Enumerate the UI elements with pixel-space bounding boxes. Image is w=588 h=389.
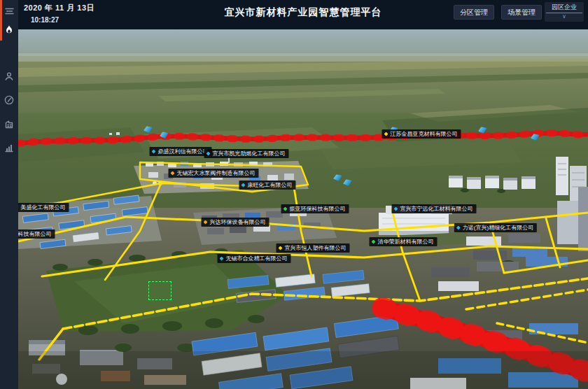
company-name: 无锡宏大水泵阀件制造有限公司 <box>177 169 255 178</box>
company-label[interactable]: 江苏金昌亚克材料有限公司 <box>382 129 461 139</box>
company-pin-icon <box>206 152 211 156</box>
company-name: 力诺(宜兴)精细化工有限公司 <box>463 223 533 232</box>
company-name: 宜兴市恒人塑件有限公司 <box>285 243 346 253</box>
company-label[interactable]: 宜兴市恒人塑件有限公司 <box>276 243 350 253</box>
page-title: 宜兴市新材料产业园智慧管理平台 <box>225 6 382 19</box>
gauge-icon <box>4 94 15 106</box>
company-name: 康旺化工有限公司 <box>248 181 293 190</box>
company-label[interactable]: 振亚环保科技有限公司 <box>281 204 349 213</box>
company-name: 无锡市合众精工有限公司 <box>226 254 288 263</box>
company-label[interactable]: 康旺化工有限公司 <box>239 181 296 190</box>
company-name: 振亚环保科技有限公司 <box>290 204 346 213</box>
company-pin-icon <box>204 220 208 225</box>
flame-icon <box>4 24 15 36</box>
company-name: 宜兴阻燃材料科技有限公司 <box>18 229 52 239</box>
company-pin-icon <box>372 240 376 244</box>
park-enterprise-dropdown[interactable]: 园区企业 ∨ <box>545 2 584 22</box>
datetime-block: 2020 年 11 月 13日 10:18:27 <box>24 3 94 24</box>
map-3d-view[interactable]: 鼎盛汉利信有限公司宜兴市凯光助燃化工有限公司无锡宏大水泵阀件制造有限公司康旺化工… <box>18 29 588 389</box>
sidebar-item-monitor[interactable] <box>0 91 18 109</box>
company-label[interactable]: 兴达环保设备有限公司 <box>202 218 270 227</box>
company-name: 兴达环保设备有限公司 <box>210 218 266 227</box>
company-label[interactable]: 宜兴市宁远化工材料有限公司 <box>392 204 477 213</box>
company-pin-icon <box>152 150 156 154</box>
app-root: 2020 年 11 月 13日 10:18:27 宜兴市新材料产业园智慧管理平台… <box>0 0 588 389</box>
sidebar-item-statistics[interactable] <box>0 139 18 157</box>
company-label[interactable]: 宜兴市凯光助燃化工有限公司 <box>204 149 289 158</box>
company-name: 宜兴市凯光助燃化工有限公司 <box>213 149 286 158</box>
company-pin-icon <box>220 257 224 261</box>
company-pin-icon <box>456 226 461 230</box>
company-label[interactable]: 无锡市合众精工有限公司 <box>218 254 291 263</box>
scene-manage-button[interactable]: 场景管理 <box>501 5 542 20</box>
company-name: 江苏金昌亚克材料有限公司 <box>391 129 458 139</box>
bar-chart-icon <box>4 142 15 153</box>
dropdown-label: 园区企业 <box>546 3 582 13</box>
company-pin-icon <box>171 171 175 176</box>
company-name: 宜兴市宁远化工材料有限公司 <box>400 204 473 213</box>
company-pin-icon <box>284 207 288 211</box>
menu-icon <box>3 5 15 17</box>
top-bar: 2020 年 11 月 13日 10:18:27 宜兴市新材料产业园智慧管理平台… <box>18 0 588 29</box>
date-label: 2020 年 11 月 13日 <box>24 3 94 13</box>
sidebar <box>0 0 18 389</box>
company-name: 鼎盛汉利信有限公司 <box>158 147 209 156</box>
company-name: 美盛化工有限公司 <box>21 203 66 212</box>
company-label[interactable]: 宜兴阻燃材料科技有限公司 <box>18 229 55 239</box>
company-label[interactable]: 无锡宏大水泵阀件制造有限公司 <box>169 169 259 178</box>
company-pin-icon <box>384 132 388 136</box>
time-label: 10:18:27 <box>31 16 94 24</box>
worker-icon <box>4 71 15 82</box>
sidebar-item-personnel[interactable] <box>0 67 18 85</box>
company-name: 清华荣新材料有限公司 <box>378 237 434 246</box>
factory-icon <box>4 118 15 129</box>
company-label[interactable]: 鼎盛汉利信有限公司 <box>150 147 212 156</box>
company-label[interactable]: 清华荣新材料有限公司 <box>370 237 438 246</box>
company-label[interactable]: 力诺(宜兴)精细化工有限公司 <box>454 223 537 232</box>
sidebar-item-menu[interactable] <box>0 2 18 20</box>
company-pin-icon <box>279 246 283 250</box>
company-pin-icon <box>394 207 398 211</box>
selection-box[interactable] <box>148 281 172 300</box>
chevron-down-icon: ∨ <box>546 13 582 20</box>
company-pin-icon <box>18 206 19 210</box>
company-pin-icon <box>241 183 246 188</box>
zone-manage-button[interactable]: 分区管理 <box>454 5 494 20</box>
sidebar-item-enterprise[interactable] <box>0 115 18 133</box>
sidebar-item-fire-alarm[interactable] <box>0 21 18 39</box>
company-label[interactable]: 美盛化工有限公司 <box>18 203 69 212</box>
